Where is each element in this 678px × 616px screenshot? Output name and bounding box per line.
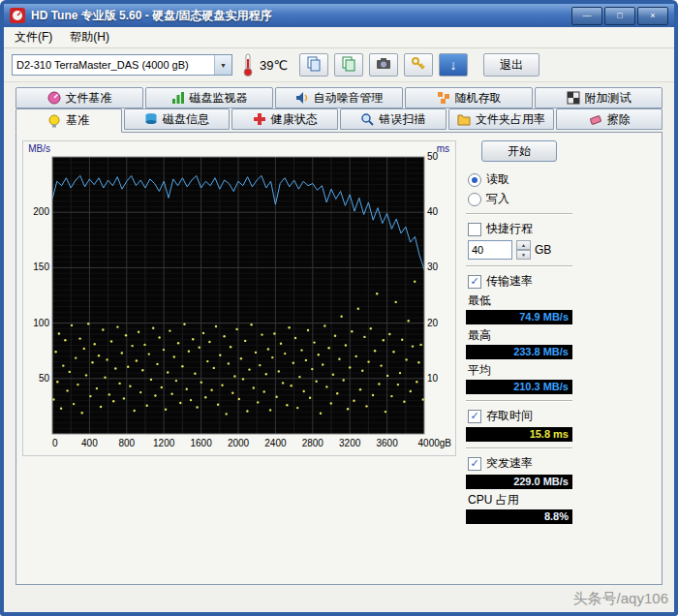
checkbox-icon: ✓ xyxy=(468,410,481,423)
copy-info-button[interactable] xyxy=(299,53,328,77)
tab-label: 错误扫描 xyxy=(379,111,425,128)
svg-text:200: 200 xyxy=(33,206,49,217)
tab-disk-info[interactable]: 磁盘信息 xyxy=(124,108,231,130)
minimize-icon: — xyxy=(583,12,592,20)
menubar: 文件(F) 帮助(H) xyxy=(4,27,674,48)
window-title: HD Tune 专业版 5.60 - 硬盘/固态硬盘实用程序 xyxy=(31,8,566,24)
short-stroke-checkbox[interactable]: 快捷行程 xyxy=(468,221,572,237)
cpu-usage-value: 8.8% xyxy=(466,509,572,524)
tab-file-benchmark[interactable]: 文件基准 xyxy=(15,87,143,108)
tab-erase[interactable]: 擦除 xyxy=(556,108,663,130)
footer: 头条号/aqy106 xyxy=(4,585,674,612)
folder-icon xyxy=(457,112,471,126)
controls-panel: 开始 读取 写入 快捷行程 ▲ ▼ GB xyxy=(466,140,572,526)
tab-folder-usage[interactable]: 文件夹占用率 xyxy=(448,108,555,130)
svg-text:0: 0 xyxy=(52,438,58,448)
magnifier-icon xyxy=(360,112,374,126)
stepper-buttons: ▲ ▼ xyxy=(516,240,531,260)
start-button[interactable]: 开始 xyxy=(481,140,557,162)
separator xyxy=(466,400,572,402)
benchmark-chart: 5010015020010203040500400800120016002000… xyxy=(23,141,453,453)
burst-rate-checkbox[interactable]: ✓ 突发速率 xyxy=(468,455,572,472)
titlebar[interactable]: HD Tune 专业版 5.60 - 硬盘/固态硬盘实用程序 — □ × xyxy=(4,4,674,27)
svg-text:MB/s: MB/s xyxy=(28,143,50,154)
benchmark-page: 5010015020010203040500400800120016002000… xyxy=(15,132,663,585)
minimize-button[interactable]: — xyxy=(571,7,602,25)
tab-label: 基准 xyxy=(66,112,89,129)
transfer-rate-checkbox[interactable]: ✓ 传输速率 xyxy=(468,273,572,290)
avg-value: 210.3 MB/s xyxy=(466,380,572,394)
svg-text:ms: ms xyxy=(437,143,449,154)
tab-aam[interactable]: 自动噪音管理 xyxy=(275,87,403,108)
bulb-icon xyxy=(47,114,61,128)
tab-extra-tests[interactable]: 附加测试 xyxy=(535,87,663,108)
tab-row-secondary: 文件基准 磁盘监视器 自动噪音管理 随机存取 附加测试 xyxy=(4,87,674,108)
spin-up-button[interactable]: ▲ xyxy=(516,240,531,250)
svg-text:30: 30 xyxy=(427,262,439,272)
tab-label: 文件基准 xyxy=(66,90,112,107)
maximize-button[interactable]: □ xyxy=(604,7,635,25)
tab-health[interactable]: 健康状态 xyxy=(231,108,338,130)
menu-file[interactable]: 文件(F) xyxy=(6,27,61,47)
svg-text:50: 50 xyxy=(39,373,50,384)
svg-text:20: 20 xyxy=(427,318,439,328)
max-value: 233.8 MB/s xyxy=(466,345,572,359)
close-button[interactable]: × xyxy=(637,7,668,25)
thermometer-icon xyxy=(242,53,254,77)
tab-label: 随机存取 xyxy=(455,90,502,107)
checkered-flag-icon xyxy=(567,91,580,105)
tab-disk-monitor[interactable]: 磁盘监视器 xyxy=(145,87,273,108)
tab-random-access[interactable]: 随机存取 xyxy=(405,87,533,108)
tab-label: 文件夹占用率 xyxy=(476,111,545,128)
eraser-icon xyxy=(589,112,602,126)
svg-text:400: 400 xyxy=(81,438,98,448)
svg-text:2000: 2000 xyxy=(228,438,250,448)
tab-label: 附加测试 xyxy=(585,90,632,107)
app-window: HD Tune 专业版 5.60 - 硬盘/固态硬盘实用程序 — □ × 文件(… xyxy=(0,0,678,616)
check-icon: ✓ xyxy=(470,458,478,469)
monitor-icon xyxy=(171,91,185,105)
chevron-down-icon[interactable]: ▼ xyxy=(214,55,231,75)
svg-text:40: 40 xyxy=(427,206,439,217)
short-stroke-stepper: ▲ ▼ GB xyxy=(468,240,572,260)
update-button[interactable]: ↓ xyxy=(439,53,468,77)
svg-text:4000gB: 4000gB xyxy=(418,438,452,448)
temperature-value: 39℃ xyxy=(260,58,288,73)
copy-pages-icon xyxy=(306,56,322,75)
disk-info-icon xyxy=(144,112,158,126)
access-time-checkbox[interactable]: ✓ 存取时间 xyxy=(468,408,572,424)
svg-text:2400: 2400 xyxy=(264,438,287,448)
read-radio[interactable]: 读取 xyxy=(468,171,572,188)
burst-rate-value: 229.0 MB/s xyxy=(466,475,572,489)
speaker-icon xyxy=(295,91,309,105)
access-time-label: 存取时间 xyxy=(486,408,533,424)
menu-help[interactable]: 帮助(H) xyxy=(61,27,118,47)
write-radio[interactable]: 写入 xyxy=(468,191,572,207)
copy-screenshot-button[interactable] xyxy=(334,53,363,77)
transfer-rate-label: 传输速率 xyxy=(486,273,533,290)
keys-icon xyxy=(411,56,426,75)
cpu-usage-label: CPU 占用 xyxy=(468,492,572,508)
burst-rate-label: 突发速率 xyxy=(486,455,533,472)
short-stroke-input[interactable] xyxy=(468,240,512,260)
radio-icon xyxy=(468,173,481,187)
screenshot-button[interactable] xyxy=(369,53,398,77)
gb-unit-label: GB xyxy=(535,243,551,257)
tab-label: 健康状态 xyxy=(271,111,318,128)
tab-error-scan[interactable]: 错误扫描 xyxy=(340,108,447,130)
chart-panel: 5010015020010203040500400800120016002000… xyxy=(22,140,456,456)
min-value: 74.9 MB/s xyxy=(466,310,572,324)
options-button[interactable] xyxy=(404,53,433,77)
check-icon: ✓ xyxy=(470,276,478,287)
tab-benchmark[interactable]: 基准 xyxy=(15,108,122,133)
svg-text:150: 150 xyxy=(33,262,49,272)
maximize-icon: □ xyxy=(617,12,622,20)
exit-button[interactable]: 退出 xyxy=(483,53,539,77)
tab-label: 自动噪音管理 xyxy=(314,90,384,107)
svg-text:100: 100 xyxy=(33,318,49,328)
avg-label: 平均 xyxy=(468,362,572,379)
spin-down-button[interactable]: ▼ xyxy=(516,250,531,260)
drive-selector[interactable]: D2-310 TerraMaster_DAS (4000 gB) ▼ xyxy=(12,54,232,76)
app-icon xyxy=(10,8,25,23)
read-radio-label: 读取 xyxy=(486,171,509,188)
